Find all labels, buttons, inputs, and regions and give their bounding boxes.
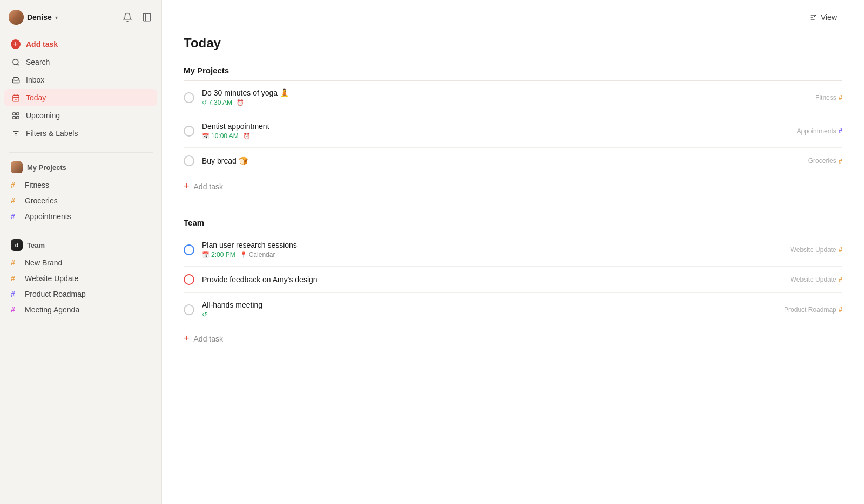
plus-icon-my-projects: + <box>184 181 190 192</box>
sidebar: Denise ▾ + Add task <box>0 0 162 504</box>
main-header: View <box>162 0 864 25</box>
calendar-icon-user-research: 📅 <box>202 251 210 258</box>
my-projects-avatar <box>11 161 23 173</box>
add-task-row-my-projects[interactable]: + Add task <box>184 174 842 199</box>
task-row-bread[interactable]: Buy bread 🍞 Groceries # <box>184 148 842 174</box>
task-calendar-label: 📍 Calendar <box>240 251 275 258</box>
task-right-yoga: Fitness # <box>815 93 842 101</box>
sidebar-item-meeting-agenda[interactable]: # Meeting Agenda <box>4 302 157 317</box>
task-name-dentist: Dentist appointment <box>202 122 788 131</box>
task-main-feedback: Provide feedback on Amy's design <box>202 275 782 284</box>
sidebar-item-upcoming[interactable]: Upcoming <box>4 107 157 124</box>
team-section-title: Team <box>184 218 842 233</box>
sidebar-item-upcoming-label: Upcoming <box>26 111 60 120</box>
task-row-feedback[interactable]: Provide feedback on Amy's design Website… <box>184 267 842 293</box>
refresh-icon: ↺ <box>202 99 207 106</box>
upcoming-icon <box>11 111 21 120</box>
task-right-bread: Groceries # <box>808 157 842 165</box>
task-checkbox-user-research[interactable] <box>184 244 194 255</box>
task-hash-dentist: # <box>839 127 842 135</box>
team-task-section: Team Plan user research sessions 📅 2:00 … <box>184 218 842 351</box>
hash-icon: # <box>11 290 19 298</box>
task-name-all-hands: All-hands meeting <box>202 301 775 309</box>
bell-icon <box>123 12 132 22</box>
task-project-dentist: Appointments <box>796 127 836 135</box>
task-right-all-hands: Product Roadmap # <box>784 305 842 314</box>
task-name-bread: Buy bread 🍞 <box>202 156 800 165</box>
task-meta-yoga: ↺ 7:30 AM ⏰ <box>202 99 807 106</box>
sidebar-item-today-label: Today <box>26 93 46 102</box>
team-header[interactable]: d Team <box>4 236 157 254</box>
team-section-sidebar: d Team # New Brand # Website Update # Pr… <box>0 236 161 318</box>
task-time-user-research: 📅 2:00 PM <box>202 251 235 258</box>
task-checkbox-bread[interactable] <box>184 155 194 166</box>
task-checkbox-dentist[interactable] <box>184 126 194 137</box>
user-name: Denise <box>27 13 52 22</box>
task-meta-dentist: 📅 10:00 AM ⏰ <box>202 132 788 140</box>
task-name-yoga: Do 30 minutes of yoga 🧘 <box>202 88 807 97</box>
task-hash-user-research: # <box>839 246 842 254</box>
sidebar-item-website-update[interactable]: # Website Update <box>4 271 157 286</box>
task-time-dentist: 📅 10:00 AM <box>202 132 239 140</box>
project-fitness-label: Fitness <box>25 181 49 189</box>
task-main-bread: Buy bread 🍞 <box>202 156 800 165</box>
task-time-yoga: ↺ 7:30 AM <box>202 99 232 106</box>
page-title: Today <box>184 36 842 51</box>
view-icon <box>809 13 818 22</box>
project-new-brand-label: New Brand <box>25 258 62 267</box>
svg-rect-10 <box>16 112 18 114</box>
task-meta-user-research: 📅 2:00 PM 📍 Calendar <box>202 251 782 258</box>
task-row-user-research[interactable]: Plan user research sessions 📅 2:00 PM 📍 … <box>184 233 842 267</box>
svg-rect-12 <box>12 116 15 118</box>
task-checkbox-feedback[interactable] <box>184 274 194 285</box>
add-task-row-team[interactable]: + Add task <box>184 326 842 351</box>
sidebar-item-search[interactable]: Search <box>4 53 157 71</box>
task-row-yoga[interactable]: Do 30 minutes of yoga 🧘 ↺ 7:30 AM ⏰ Fitn… <box>184 81 842 114</box>
layout-button[interactable] <box>141 11 153 23</box>
task-meta-all-hands: ↺ <box>202 311 775 318</box>
sidebar-item-new-brand[interactable]: # New Brand <box>4 255 157 270</box>
add-task-button[interactable]: + Add task <box>4 36 157 53</box>
project-website-update-label: Website Update <box>25 274 78 283</box>
sidebar-item-appointments[interactable]: # Appointments <box>4 209 157 224</box>
view-label: View <box>821 13 837 22</box>
task-main-all-hands: All-hands meeting ↺ <box>202 301 775 318</box>
my-projects-section: My Projects # Fitness # Groceries # Appo… <box>0 158 161 224</box>
svg-rect-0 <box>143 13 151 21</box>
layout-icon <box>142 12 152 22</box>
task-alarm-dentist: ⏰ <box>243 133 251 140</box>
task-main-yoga: Do 30 minutes of yoga 🧘 ↺ 7:30 AM ⏰ <box>202 88 807 106</box>
my-projects-header[interactable]: My Projects <box>4 158 157 176</box>
avatar <box>9 10 24 25</box>
inbox-icon <box>11 75 21 85</box>
my-projects-section-title: My Projects <box>184 66 842 80</box>
task-hash-bread: # <box>839 157 842 165</box>
hash-icon: # <box>11 196 19 205</box>
svg-rect-11 <box>16 116 18 118</box>
task-checkbox-yoga[interactable] <box>184 92 194 103</box>
sidebar-item-fitness[interactable]: # Fitness <box>4 178 157 193</box>
task-row-all-hands[interactable]: All-hands meeting ↺ Product Roadmap # <box>184 293 842 326</box>
location-icon: 📍 <box>240 251 247 258</box>
task-checkbox-all-hands[interactable] <box>184 304 194 315</box>
hash-icon: # <box>11 181 19 189</box>
sidebar-item-product-roadmap[interactable]: # Product Roadmap <box>4 287 157 302</box>
plus-icon-team: + <box>184 333 190 344</box>
view-button[interactable]: View <box>804 10 842 25</box>
task-row-dentist[interactable]: Dentist appointment 📅 10:00 AM ⏰ Appoint… <box>184 114 842 148</box>
sidebar-item-filters[interactable]: Filters & Labels <box>4 125 157 142</box>
task-right-user-research: Website Update # <box>791 246 842 254</box>
hash-icon: # <box>11 212 19 221</box>
sidebar-item-inbox[interactable]: Inbox <box>4 71 157 88</box>
sidebar-item-groceries[interactable]: # Groceries <box>4 193 157 208</box>
sidebar-item-today[interactable]: 21 Today <box>4 89 157 106</box>
notifications-button[interactable] <box>122 11 133 23</box>
user-section[interactable]: Denise ▾ <box>9 10 58 25</box>
sidebar-item-search-label: Search <box>26 58 50 66</box>
today-icon: 21 <box>11 93 21 103</box>
divider-1 <box>9 152 153 153</box>
task-alarm-yoga: ⏰ <box>237 99 244 106</box>
team-avatar: d <box>11 239 23 251</box>
task-right-dentist: Appointments # <box>796 127 842 135</box>
task-hash-all-hands: # <box>839 305 842 314</box>
